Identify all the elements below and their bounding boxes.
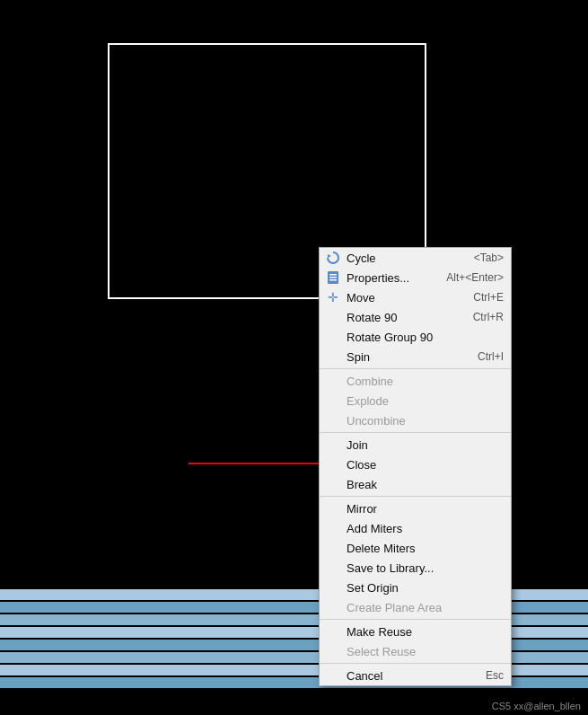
svg-marker-0: [328, 254, 331, 258]
svg-rect-2: [329, 274, 337, 276]
menu-shortcut-rotate90: Ctrl+R: [473, 311, 504, 323]
svg-text:✛: ✛: [328, 290, 338, 305]
separator-1: [320, 368, 511, 369]
menu-item-combine: Combine: [320, 371, 511, 391]
menu-label-create-plane: Create Plane Area: [347, 601, 442, 614]
menu-shortcut-spin: Ctrl+I: [478, 350, 504, 363]
separator-3: [320, 496, 511, 497]
menu-label-mirror: Mirror: [347, 502, 377, 516]
menu-item-add-miters[interactable]: Add Miters: [320, 518, 511, 538]
menu-label-make-reuse: Make Reuse: [347, 625, 412, 639]
menu-shortcut-move: Ctrl+E: [473, 291, 504, 304]
menu-item-cancel[interactable]: Cancel Esc: [320, 666, 511, 685]
menu-item-make-reuse[interactable]: Make Reuse: [320, 622, 511, 641]
menu-item-close[interactable]: Close: [320, 455, 511, 474]
svg-rect-3: [329, 277, 337, 278]
menu-label-properties: Properties...: [347, 271, 409, 285]
menu-item-delete-miters[interactable]: Delete Miters: [320, 538, 511, 558]
menu-shortcut-cancel: Esc: [486, 669, 504, 682]
menu-item-cycle[interactable]: Cycle <Tab>: [320, 248, 511, 268]
menu-shortcut-cycle: <Tab>: [474, 252, 504, 264]
menu-item-mirror[interactable]: Mirror: [320, 499, 511, 518]
context-menu: Cycle <Tab> Properties... Alt+<Enter> ✛ …: [319, 247, 512, 686]
menu-label-move: Move: [347, 291, 375, 305]
menu-label-break: Break: [347, 478, 377, 491]
cycle-icon: [325, 250, 341, 266]
menu-label-rotate90: Rotate 90: [347, 311, 397, 324]
menu-item-create-plane: Create Plane Area: [320, 597, 511, 617]
watermark: CS5 xx@allen_bllen: [492, 701, 581, 711]
menu-item-spin[interactable]: Spin Ctrl+I: [320, 347, 511, 366]
separator-4: [320, 619, 511, 620]
menu-shortcut-properties: Alt+<Enter>: [446, 271, 504, 284]
separator-5: [320, 663, 511, 664]
menu-item-save-library[interactable]: Save to Library...: [320, 558, 511, 578]
menu-label-save-library: Save to Library...: [347, 561, 434, 575]
menu-label-spin: Spin: [347, 350, 370, 364]
menu-label-uncombine: Uncombine: [347, 414, 406, 428]
menu-item-rotate90[interactable]: Rotate 90 Ctrl+R: [320, 307, 511, 327]
menu-label-delete-miters: Delete Miters: [347, 542, 416, 555]
menu-label-cycle: Cycle: [347, 252, 376, 265]
menu-item-set-origin[interactable]: Set Origin: [320, 578, 511, 597]
arrow-indicator: [189, 463, 332, 464]
menu-label-select-reuse: Select Reuse: [347, 645, 416, 658]
properties-icon: [325, 269, 341, 286]
move-icon: ✛: [325, 289, 341, 305]
menu-item-select-reuse: Select Reuse: [320, 641, 511, 661]
menu-item-move[interactable]: ✛ Move Ctrl+E: [320, 287, 511, 307]
menu-label-cancel: Cancel: [347, 669, 382, 683]
menu-label-combine: Combine: [347, 375, 393, 388]
menu-item-properties[interactable]: Properties... Alt+<Enter>: [320, 268, 511, 287]
separator-2: [320, 432, 511, 433]
menu-label-join: Join: [347, 438, 368, 452]
menu-label-close: Close: [347, 458, 376, 472]
menu-label-add-miters: Add Miters: [347, 522, 402, 535]
menu-label-rotate-group: Rotate Group 90: [347, 331, 433, 344]
menu-item-explode: Explode: [320, 391, 511, 410]
menu-item-uncombine: Uncombine: [320, 410, 511, 430]
menu-item-join[interactable]: Join: [320, 435, 511, 455]
menu-label-explode: Explode: [347, 394, 389, 408]
menu-label-set-origin: Set Origin: [347, 581, 399, 595]
menu-item-rotate-group[interactable]: Rotate Group 90: [320, 327, 511, 347]
svg-rect-4: [329, 279, 337, 281]
menu-item-break[interactable]: Break: [320, 474, 511, 494]
